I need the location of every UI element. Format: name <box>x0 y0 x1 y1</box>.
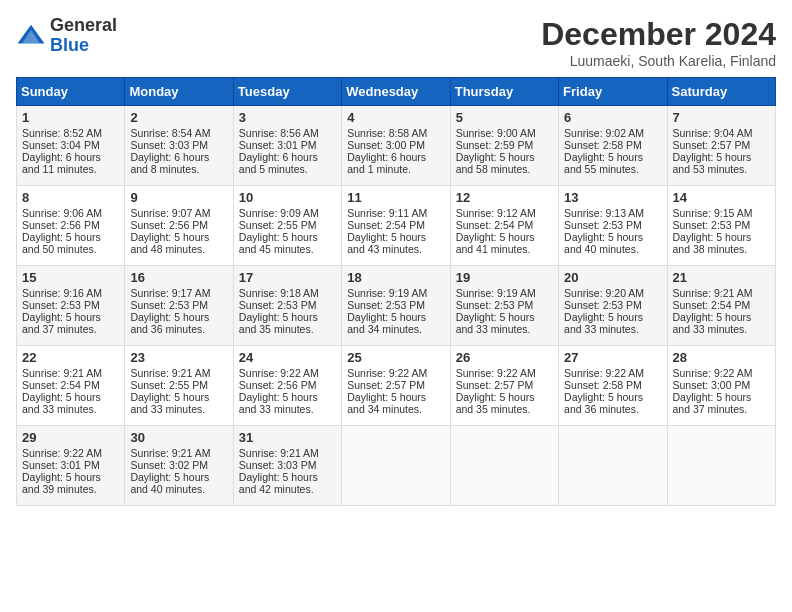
day-info: Sunrise: 8:58 AM <box>347 127 444 139</box>
day-info: and 34 minutes. <box>347 323 444 335</box>
day-info: and 48 minutes. <box>130 243 227 255</box>
day-info: Daylight: 5 hours <box>456 311 553 323</box>
day-info: Sunrise: 9:21 AM <box>673 287 770 299</box>
day-info: and 40 minutes. <box>130 483 227 495</box>
calendar-cell: 30Sunrise: 9:21 AMSunset: 3:02 PMDayligh… <box>125 426 233 506</box>
day-info: Sunrise: 9:19 AM <box>347 287 444 299</box>
day-info: Daylight: 6 hours <box>22 151 119 163</box>
day-info: and 53 minutes. <box>673 163 770 175</box>
calendar-cell: 8Sunrise: 9:06 AMSunset: 2:56 PMDaylight… <box>17 186 125 266</box>
logo-blue: Blue <box>50 36 117 56</box>
day-number: 2 <box>130 110 227 125</box>
day-number: 16 <box>130 270 227 285</box>
calendar-cell: 31Sunrise: 9:21 AMSunset: 3:03 PMDayligh… <box>233 426 341 506</box>
day-info: Sunrise: 8:54 AM <box>130 127 227 139</box>
day-info: and 37 minutes. <box>673 403 770 415</box>
day-info: and 50 minutes. <box>22 243 119 255</box>
day-number: 28 <box>673 350 770 365</box>
day-number: 1 <box>22 110 119 125</box>
calendar-cell: 24Sunrise: 9:22 AMSunset: 2:56 PMDayligh… <box>233 346 341 426</box>
calendar-cell <box>667 426 775 506</box>
day-info: Sunset: 2:53 PM <box>564 299 661 311</box>
day-info: Sunset: 2:56 PM <box>239 379 336 391</box>
calendar-cell: 17Sunrise: 9:18 AMSunset: 2:53 PMDayligh… <box>233 266 341 346</box>
day-number: 24 <box>239 350 336 365</box>
day-info: and 11 minutes. <box>22 163 119 175</box>
day-number: 27 <box>564 350 661 365</box>
day-info: Sunset: 2:53 PM <box>564 219 661 231</box>
day-info: Daylight: 5 hours <box>130 311 227 323</box>
day-info: Sunrise: 9:22 AM <box>456 367 553 379</box>
day-info: Sunrise: 9:07 AM <box>130 207 227 219</box>
location-subtitle: Luumaeki, South Karelia, Finland <box>541 53 776 69</box>
day-info: and 34 minutes. <box>347 403 444 415</box>
week-row-4: 22Sunrise: 9:21 AMSunset: 2:54 PMDayligh… <box>17 346 776 426</box>
calendar-cell: 4Sunrise: 8:58 AMSunset: 3:00 PMDaylight… <box>342 106 450 186</box>
calendar-cell: 23Sunrise: 9:21 AMSunset: 2:55 PMDayligh… <box>125 346 233 426</box>
day-info: and 38 minutes. <box>673 243 770 255</box>
day-info: Sunset: 2:55 PM <box>239 219 336 231</box>
day-number: 6 <box>564 110 661 125</box>
day-info: Sunrise: 9:16 AM <box>22 287 119 299</box>
day-info: Daylight: 5 hours <box>22 311 119 323</box>
day-info: Daylight: 6 hours <box>239 151 336 163</box>
calendar-cell: 6Sunrise: 9:02 AMSunset: 2:58 PMDaylight… <box>559 106 667 186</box>
day-info: Sunset: 2:53 PM <box>239 299 336 311</box>
day-info: Daylight: 5 hours <box>456 151 553 163</box>
day-info: Daylight: 5 hours <box>239 311 336 323</box>
day-number: 29 <box>22 430 119 445</box>
day-number: 13 <box>564 190 661 205</box>
day-number: 30 <box>130 430 227 445</box>
day-number: 5 <box>456 110 553 125</box>
day-info: Sunrise: 8:56 AM <box>239 127 336 139</box>
day-info: Sunrise: 9:21 AM <box>239 447 336 459</box>
day-info: Daylight: 5 hours <box>456 391 553 403</box>
calendar-cell: 9Sunrise: 9:07 AMSunset: 2:56 PMDaylight… <box>125 186 233 266</box>
day-info: and 36 minutes. <box>130 323 227 335</box>
day-number: 9 <box>130 190 227 205</box>
day-info: Sunset: 2:56 PM <box>130 219 227 231</box>
day-number: 31 <box>239 430 336 445</box>
calendar-cell: 16Sunrise: 9:17 AMSunset: 2:53 PMDayligh… <box>125 266 233 346</box>
logo-icon <box>16 21 46 51</box>
day-info: Daylight: 5 hours <box>564 231 661 243</box>
day-info: Sunset: 2:58 PM <box>564 139 661 151</box>
day-number: 4 <box>347 110 444 125</box>
day-info: Sunrise: 9:13 AM <box>564 207 661 219</box>
day-number: 22 <box>22 350 119 365</box>
header-tuesday: Tuesday <box>233 78 341 106</box>
header-saturday: Saturday <box>667 78 775 106</box>
day-info: Daylight: 5 hours <box>673 151 770 163</box>
day-info: Daylight: 5 hours <box>673 391 770 403</box>
day-info: Sunset: 3:03 PM <box>239 459 336 471</box>
day-info: Sunrise: 9:22 AM <box>673 367 770 379</box>
day-info: and 40 minutes. <box>564 243 661 255</box>
day-number: 19 <box>456 270 553 285</box>
day-info: and 33 minutes. <box>564 323 661 335</box>
day-info: Sunset: 2:53 PM <box>673 219 770 231</box>
calendar-cell: 15Sunrise: 9:16 AMSunset: 2:53 PMDayligh… <box>17 266 125 346</box>
day-number: 10 <box>239 190 336 205</box>
day-info: and 5 minutes. <box>239 163 336 175</box>
day-number: 26 <box>456 350 553 365</box>
week-row-5: 29Sunrise: 9:22 AMSunset: 3:01 PMDayligh… <box>17 426 776 506</box>
day-info: Sunrise: 9:21 AM <box>130 447 227 459</box>
logo: General Blue <box>16 16 117 56</box>
calendar-cell <box>342 426 450 506</box>
day-info: Sunset: 2:54 PM <box>347 219 444 231</box>
calendar-cell: 19Sunrise: 9:19 AMSunset: 2:53 PMDayligh… <box>450 266 558 346</box>
day-info: Daylight: 6 hours <box>130 151 227 163</box>
day-info: Sunset: 2:56 PM <box>22 219 119 231</box>
day-info: Sunset: 2:59 PM <box>456 139 553 151</box>
day-info: and 42 minutes. <box>239 483 336 495</box>
week-row-3: 15Sunrise: 9:16 AMSunset: 2:53 PMDayligh… <box>17 266 776 346</box>
calendar-cell: 21Sunrise: 9:21 AMSunset: 2:54 PMDayligh… <box>667 266 775 346</box>
day-info: Sunset: 3:02 PM <box>130 459 227 471</box>
day-info: and 33 minutes. <box>130 403 227 415</box>
day-number: 12 <box>456 190 553 205</box>
day-number: 23 <box>130 350 227 365</box>
day-info: Daylight: 5 hours <box>347 231 444 243</box>
logo-general: General <box>50 16 117 36</box>
day-info: and 58 minutes. <box>456 163 553 175</box>
day-info: Sunrise: 9:04 AM <box>673 127 770 139</box>
